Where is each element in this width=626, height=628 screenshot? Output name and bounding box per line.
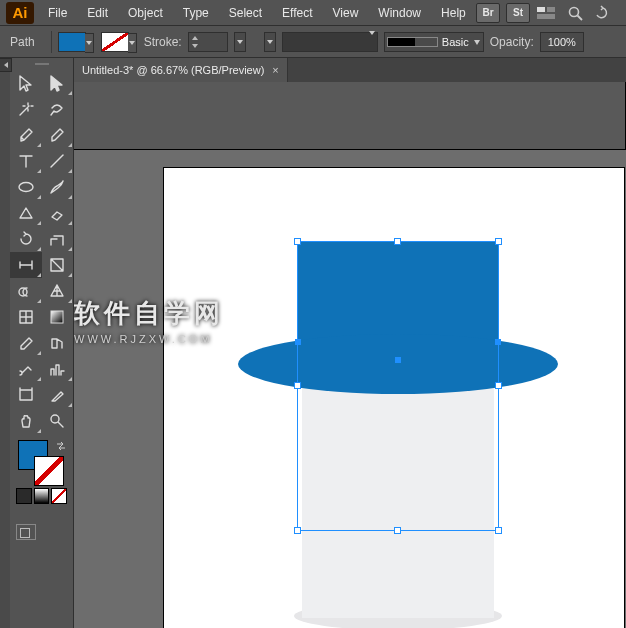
lasso-tool[interactable] — [42, 96, 74, 122]
menu-window[interactable]: Window — [368, 2, 431, 24]
handle-bc[interactable] — [394, 527, 401, 534]
selection-context-label: Path — [6, 35, 45, 49]
watermark-text: 软件自学网 — [74, 298, 224, 328]
canvas[interactable]: 软件自学网 WWW.RJZXW.COM — [74, 82, 626, 628]
symbol-sprayer-tool[interactable] — [10, 356, 42, 382]
color-mode-none[interactable] — [51, 488, 67, 504]
selection-tool[interactable] — [10, 70, 42, 96]
shape-builder-tool[interactable] — [10, 278, 42, 304]
paintbrush-tool[interactable] — [42, 174, 74, 200]
sync-icon[interactable] — [592, 2, 614, 24]
graphic-style-dropdown[interactable]: Basic — [384, 32, 484, 52]
svg-rect-0 — [537, 7, 545, 12]
line-segment-tool[interactable] — [42, 148, 74, 174]
opacity-label: Opacity: — [490, 35, 534, 49]
mesh-tool[interactable] — [10, 304, 42, 330]
color-mode-solid[interactable] — [16, 488, 32, 504]
handle-tc[interactable] — [394, 238, 401, 245]
type-tool[interactable] — [10, 148, 42, 174]
color-mode-gradient[interactable] — [34, 488, 50, 504]
magic-wand-tool[interactable] — [10, 96, 42, 122]
hand-tool[interactable] — [10, 408, 42, 434]
shaper-tool[interactable] — [10, 200, 42, 226]
document-tab-title: Untitled-3* @ 66.67% (RGB/Preview) — [82, 64, 264, 76]
free-transform-tool[interactable] — [42, 252, 74, 278]
menu-select[interactable]: Select — [219, 2, 272, 24]
swap-fill-stroke-icon[interactable] — [55, 440, 65, 450]
gradient-tool[interactable] — [42, 304, 74, 330]
perspective-grid-tool[interactable] — [42, 278, 74, 304]
watermark-sub: WWW.RJZXW.COM — [74, 333, 224, 345]
fill-stroke-control[interactable] — [16, 438, 67, 484]
artboard-tool[interactable] — [10, 382, 42, 408]
menu-edit[interactable]: Edit — [77, 2, 118, 24]
handle-mr[interactable] — [495, 382, 502, 389]
screen-mode-button[interactable] — [10, 518, 73, 546]
stroke-weight-field[interactable] — [188, 32, 228, 52]
stock-button[interactable]: St — [506, 3, 530, 23]
menu-object[interactable]: Object — [118, 2, 173, 24]
app-logo: Ai — [6, 2, 34, 24]
screen-mode-icon — [16, 524, 36, 540]
tools-grip[interactable] — [10, 58, 73, 70]
svg-rect-2 — [537, 14, 555, 19]
color-mode-row — [10, 484, 73, 508]
svg-rect-1 — [547, 7, 555, 12]
svg-line-4 — [578, 15, 583, 20]
document-area: Untitled-3* @ 66.67% (RGB/Preview) × — [74, 58, 626, 628]
style-preview-icon — [387, 37, 438, 47]
width-tool[interactable] — [10, 252, 42, 278]
menu-file[interactable]: File — [38, 2, 77, 24]
ellipse-tool[interactable] — [10, 174, 42, 200]
menu-help[interactable]: Help — [431, 2, 476, 24]
selection-bounding-box[interactable] — [297, 241, 499, 531]
slice-tool[interactable] — [42, 382, 74, 408]
eraser-tool[interactable] — [42, 200, 74, 226]
stroke-swatch[interactable] — [101, 32, 129, 52]
brush-definition-dropdown[interactable] — [282, 32, 378, 52]
svg-rect-6 — [51, 311, 63, 323]
direct-selection-tool[interactable] — [42, 70, 74, 96]
gutter — [0, 58, 10, 628]
watermark: 软件自学网 WWW.RJZXW.COM — [74, 296, 224, 345]
curvature-tool[interactable] — [42, 122, 74, 148]
rotate-tool[interactable] — [10, 226, 42, 252]
stroke-weight-dropdown[interactable] — [234, 32, 246, 52]
search-icon[interactable] — [564, 2, 586, 24]
menubar: Ai File Edit Object Type Select Effect V… — [0, 0, 626, 26]
workspace-switcher-icon[interactable] — [536, 6, 558, 20]
handle-br[interactable] — [495, 527, 502, 534]
eyedropper-tool[interactable] — [10, 330, 42, 356]
menu-effect[interactable]: Effect — [272, 2, 322, 24]
style-name: Basic — [442, 36, 469, 48]
menu-type[interactable]: Type — [173, 2, 219, 24]
document-tab[interactable]: Untitled-3* @ 66.67% (RGB/Preview) × — [74, 58, 288, 82]
bridge-button[interactable]: Br — [476, 3, 500, 23]
column-graph-tool[interactable] — [42, 356, 74, 382]
tools-panel — [10, 58, 74, 628]
stroke-dropdown-icon[interactable] — [128, 33, 137, 53]
handle-tl[interactable] — [294, 238, 301, 245]
stroke-weight-label: Stroke: — [144, 35, 182, 49]
handle-ml[interactable] — [294, 382, 301, 389]
stroke-color-box[interactable] — [34, 456, 64, 486]
blend-tool[interactable] — [42, 330, 74, 356]
opacity-field[interactable]: 100% — [540, 32, 584, 52]
stepper-icon[interactable] — [191, 34, 199, 50]
fill-swatch[interactable] — [58, 32, 86, 52]
scale-tool[interactable] — [42, 226, 74, 252]
handle-tr[interactable] — [495, 238, 502, 245]
zoom-tool[interactable] — [42, 408, 74, 434]
var-width-profile-dropdown[interactable] — [264, 32, 276, 52]
pasteboard-border — [74, 82, 626, 150]
menu-view[interactable]: View — [323, 2, 369, 24]
document-tabstrip: Untitled-3* @ 66.67% (RGB/Preview) × — [74, 58, 626, 82]
close-tab-icon[interactable]: × — [272, 64, 278, 76]
fill-dropdown-icon[interactable] — [85, 33, 94, 53]
svg-point-5 — [19, 183, 33, 192]
handle-bl[interactable] — [294, 527, 301, 534]
opacity-value: 100% — [548, 36, 576, 48]
svg-point-3 — [570, 7, 579, 16]
controlbar: Path Stroke: Basic Opacity: 100% — [0, 26, 626, 58]
pen-tool[interactable] — [10, 122, 42, 148]
